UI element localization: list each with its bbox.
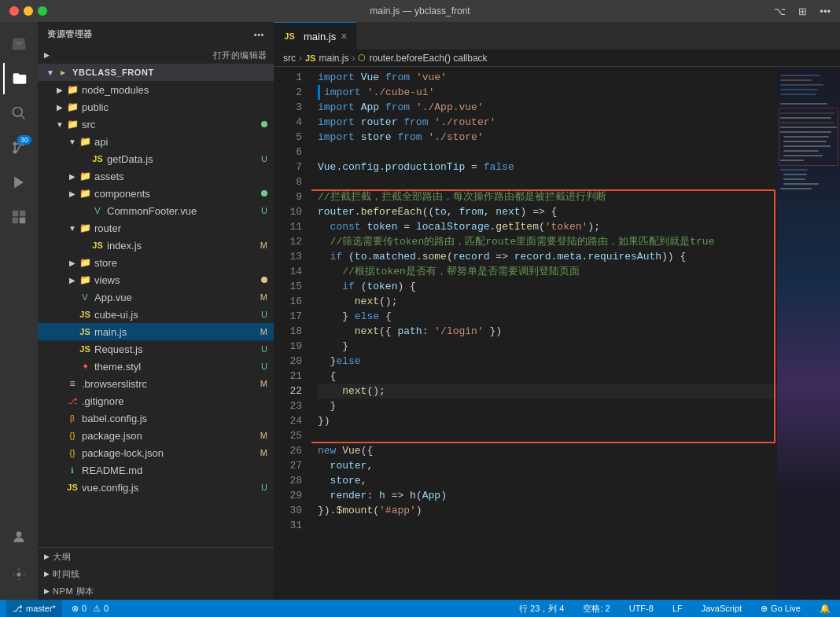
src-arrow: ▼ <box>53 118 66 130</box>
sidebar-item-router-index[interactable]: ▶ JS index.js M <box>38 237 274 254</box>
package-json-badge: M <box>260 431 267 440</box>
code-line-13: if (to.matched.some(record => record.met… <box>318 249 777 264</box>
svg-rect-28 <box>783 141 827 142</box>
sidebar-item-getdata[interactable]: ▶ JS getData.js U <box>38 150 274 167</box>
minimap[interactable] <box>777 67 840 600</box>
folder-icon: 📁 <box>79 187 91 200</box>
sidebar-bottom-panels: ▶ 大纲 ▶ 时间线 ▶ NPM 脚本 <box>38 547 274 600</box>
sidebar-item-theme[interactable]: ▶ ✦ theme.styl U <box>38 358 274 375</box>
status-go-live[interactable]: ⊕ Go Live <box>757 600 804 617</box>
breadcrumb-file[interactable]: main.js <box>319 53 348 64</box>
tab-main-js[interactable]: JS main.js × <box>274 22 357 50</box>
panel-outline[interactable]: ▶ 大纲 <box>38 548 274 565</box>
line-num-15: 15 <box>274 279 302 294</box>
panel-npm[interactable]: ▶ NPM 脚本 <box>38 582 274 600</box>
sidebar-item-package-json[interactable]: ▶ {} package.json M <box>38 427 274 444</box>
activity-remote[interactable] <box>3 28 35 60</box>
sidebar-item-node-modules[interactable]: ▶ 📁 node_modules <box>38 81 274 98</box>
outline-label: 大纲 <box>53 551 71 563</box>
status-spaces[interactable]: 空格: 2 <box>580 600 613 617</box>
node-modules-label: node_modules <box>82 84 274 96</box>
sidebar-item-package-lock[interactable]: ▶ {} package-lock.json M <box>38 444 274 461</box>
sidebar-item-api[interactable]: ▼ 📁 api <box>38 133 274 150</box>
layout-icon[interactable]: ⊞ <box>798 6 807 17</box>
theme-label: theme.styl <box>94 361 261 373</box>
svg-rect-34 <box>783 174 807 175</box>
sidebar-item-readme[interactable]: ▶ ℹ README.md <box>38 461 274 479</box>
line-num-19: 19 <box>274 339 302 354</box>
main-js-label: main.js <box>94 326 260 338</box>
sidebar-item-commonfooter[interactable]: ▶ V CommonFooter.vue U <box>38 202 274 219</box>
sidebar-item-views[interactable]: ▶ 📁 views <box>38 271 274 288</box>
close-button[interactable] <box>9 6 19 16</box>
folder-icon: 📁 <box>79 135 91 148</box>
sidebar-item-babel[interactable]: ▶ β babel.config.js <box>38 409 274 427</box>
code-line-17: } else { <box>318 309 777 324</box>
sidebar-item-browserslist[interactable]: ▶ ≡ .browserslistrc M <box>38 375 274 392</box>
sidebar-item-app-vue[interactable]: ▶ V App.vue M <box>38 288 274 306</box>
status-errors[interactable]: ⊗ 0 ⚠ 0 <box>68 600 112 617</box>
svg-point-1 <box>13 108 23 117</box>
breadcrumb: src › JS main.js › ⬡ router.beforeEach()… <box>274 50 840 67</box>
code-content[interactable]: import Vue from 'vue' import './cube-ui'… <box>311 67 777 600</box>
remote-icon[interactable]: ⌥ <box>774 6 786 17</box>
root-folder[interactable]: ▼ ▸ YBCLASS_FRONT <box>38 64 274 81</box>
activity-scm[interactable]: 30 <box>3 132 35 163</box>
code-line-18: next({ path: '/login' }) <box>318 324 777 339</box>
go-live-text: Go Live <box>771 604 801 613</box>
sidebar-more-icon[interactable]: ••• <box>254 30 264 39</box>
readme-icon: ℹ <box>66 464 79 476</box>
sidebar-item-vue-config[interactable]: ▶ JS vue.config.js U <box>38 479 274 496</box>
sidebar-item-public[interactable]: ▶ 📁 public <box>38 98 274 116</box>
activity-search[interactable] <box>3 97 35 129</box>
code-line-31 <box>318 518 777 533</box>
breadcrumb-src[interactable]: src <box>283 53 296 64</box>
sidebar-item-assets[interactable]: ▶ 📁 assets <box>38 167 274 185</box>
sidebar-item-components[interactable]: ▶ 📁 components <box>38 185 274 202</box>
activity-settings[interactable] <box>3 559 35 590</box>
tab-close-icon[interactable]: × <box>341 30 347 42</box>
code-line-5: import store from './store' <box>318 130 777 145</box>
sidebar-item-src[interactable]: ▼ 📁 src <box>38 116 274 133</box>
api-label: api <box>94 136 274 148</box>
status-left: ⎇ master* ⊗ 0 ⚠ 0 <box>6 600 112 617</box>
line-num-21: 21 <box>274 369 302 384</box>
sidebar-item-cube-ui[interactable]: ▶ JS cube-ui.js U <box>38 306 274 323</box>
activity-account[interactable] <box>3 521 35 553</box>
svg-rect-18 <box>780 84 823 86</box>
svg-point-5 <box>13 150 17 154</box>
sidebar-item-request[interactable]: ▶ JS Request.js U <box>38 340 274 358</box>
code-line-23: } <box>318 398 777 413</box>
warning-count: 0 <box>104 604 109 613</box>
minimize-button[interactable] <box>24 6 33 16</box>
fullscreen-button[interactable] <box>38 6 47 16</box>
svg-rect-19 <box>780 89 818 90</box>
sidebar: 资源管理器 ••• ▶ 打开的编辑器 ▼ ▸ YBCLASS_FRONT ▶ 📁… <box>38 22 274 600</box>
status-position[interactable]: 行 23，列 4 <box>516 600 567 617</box>
status-notification[interactable]: 🔔 <box>816 600 834 617</box>
activity-debug[interactable] <box>3 167 35 198</box>
code-line-15: if (token) { <box>318 279 777 294</box>
breadcrumb-function[interactable]: router.beforeEach() callback <box>369 53 487 64</box>
code-editor[interactable]: 1 2 3 4 5 6 7 8 9 10 11 12 13 14 15 16 1… <box>274 67 840 600</box>
svg-rect-37 <box>780 188 812 189</box>
more-icon[interactable]: ••• <box>820 6 831 17</box>
status-branch[interactable]: ⎇ master* <box>6 600 62 617</box>
sidebar-item-main-js[interactable]: ▶ JS main.js M <box>38 323 274 340</box>
open-editors-header[interactable]: ▶ 打开的编辑器 <box>38 46 274 64</box>
store-label: store <box>94 257 274 269</box>
sidebar-item-gitignore[interactable]: ▶ ⎇ .gitignore <box>38 392 274 409</box>
router-index-badge: M <box>260 241 267 250</box>
panel-timeline[interactable]: ▶ 时间线 <box>38 565 274 582</box>
activity-explorer[interactable] <box>3 63 35 94</box>
line-num-9: 9 <box>274 189 302 204</box>
request-badge: U <box>261 344 267 354</box>
status-line-ending[interactable]: LF <box>669 600 686 617</box>
sidebar-item-store[interactable]: ▶ 📁 store <box>38 254 274 271</box>
status-language[interactable]: JavaScript <box>698 600 745 617</box>
window-title: main.js — ybclass_front <box>370 6 470 17</box>
activity-extensions[interactable] <box>3 201 35 233</box>
node-modules-arrow: ▶ <box>53 83 66 96</box>
status-encoding[interactable]: UTF-8 <box>626 600 657 617</box>
sidebar-item-router[interactable]: ▼ 📁 router <box>38 219 274 237</box>
